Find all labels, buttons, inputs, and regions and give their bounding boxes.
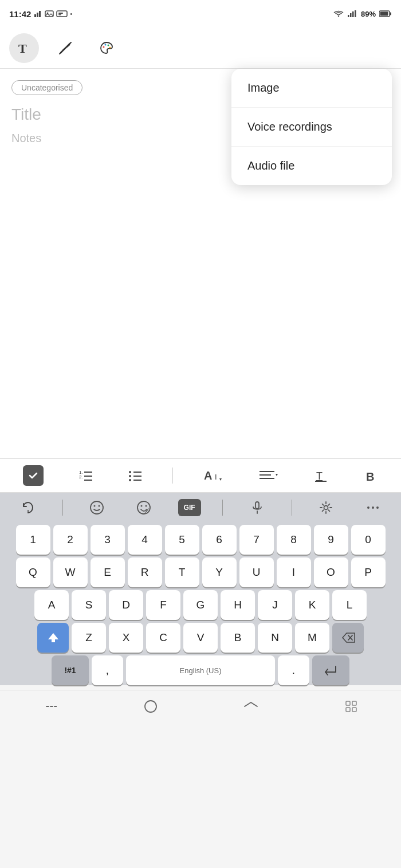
nav-home-icon	[143, 699, 158, 714]
key-x[interactable]: X	[109, 623, 143, 653]
key-z[interactable]: Z	[72, 623, 106, 653]
key-u[interactable]: U	[239, 557, 274, 587]
comma-key[interactable]: ,	[92, 655, 123, 685]
key-v[interactable]: V	[183, 623, 218, 653]
enter-icon	[323, 664, 339, 677]
key-4[interactable]: 4	[128, 525, 162, 555]
nav-back-button[interactable]	[234, 690, 268, 722]
key-7[interactable]: 7	[239, 525, 274, 555]
bold-button[interactable]: B	[359, 465, 383, 486]
key-1[interactable]: 1	[16, 525, 50, 555]
keyboard-mic-button[interactable]	[245, 495, 270, 520]
dropdown-voice[interactable]: Voice recordings	[231, 108, 392, 147]
keyboard-undo-button[interactable]	[15, 495, 41, 520]
svg-rect-0	[34, 14, 36, 17]
nav-home-button[interactable]	[133, 690, 168, 722]
palette-tool-button[interactable]	[92, 33, 121, 63]
bottom-nav	[0, 690, 401, 722]
keyboard-emoji-button[interactable]	[84, 495, 109, 520]
enter-key[interactable]	[312, 655, 349, 685]
key-p[interactable]: P	[351, 557, 386, 587]
key-f[interactable]: F	[146, 590, 180, 620]
key-j[interactable]: J	[258, 590, 292, 620]
svg-rect-14	[380, 12, 388, 16]
svg-rect-67	[352, 708, 356, 712]
ordered-list-button[interactable]: 1. 2.	[74, 465, 98, 486]
key-3[interactable]: 3	[91, 525, 125, 555]
symbols-key[interactable]: !#1	[52, 655, 89, 685]
toolbar-divider-1	[62, 500, 63, 516]
divider	[172, 468, 173, 484]
keyboard-sticker-button[interactable]	[131, 495, 156, 520]
svg-rect-11	[355, 10, 356, 17]
photo-icon	[45, 10, 54, 18]
svg-rect-1	[37, 13, 38, 17]
backspace-key[interactable]	[332, 623, 364, 653]
svg-line-18	[70, 42, 71, 44]
key-5[interactable]: 5	[165, 525, 199, 555]
palette-icon	[99, 40, 115, 56]
key-m[interactable]: M	[295, 623, 329, 653]
key-w[interactable]: W	[53, 557, 88, 587]
dropdown-audio[interactable]: Audio file	[231, 147, 392, 185]
underline-button[interactable]: T	[309, 465, 333, 486]
dropdown-image[interactable]: Image	[231, 69, 392, 108]
svg-text:2.: 2.	[79, 474, 83, 480]
svg-point-21	[108, 44, 109, 46]
svg-point-19	[103, 46, 105, 48]
bullet-list-button[interactable]	[123, 465, 147, 486]
key-6[interactable]: 6	[202, 525, 237, 555]
period-key[interactable]: .	[278, 655, 309, 685]
key-g[interactable]: G	[183, 590, 218, 620]
nav-apps-button[interactable]	[334, 690, 368, 722]
key-9[interactable]: 9	[314, 525, 348, 555]
key-r[interactable]: R	[128, 557, 162, 587]
key-c[interactable]: C	[146, 623, 180, 653]
svg-point-47	[99, 505, 100, 507]
status-bar: 11:42 • 89%	[0, 0, 401, 28]
svg-point-48	[137, 501, 150, 514]
svg-point-54	[367, 506, 369, 509]
font-size-button[interactable]: A I	[199, 465, 229, 486]
svg-rect-13	[390, 13, 392, 15]
key-0[interactable]: 0	[351, 525, 386, 555]
key-e[interactable]: E	[91, 557, 125, 587]
text-tool-button[interactable]: T	[9, 33, 39, 63]
keyboard-gif-button[interactable]: GIF	[178, 499, 201, 516]
key-i[interactable]: I	[277, 557, 311, 587]
key-a[interactable]: A	[34, 590, 69, 620]
keyboard-more-button[interactable]	[360, 495, 386, 520]
key-k[interactable]: K	[295, 590, 329, 620]
svg-point-30	[129, 479, 131, 481]
check-button[interactable]	[18, 462, 48, 489]
keyboard-settings-button[interactable]	[313, 495, 339, 520]
toolbar: T	[0, 28, 401, 69]
shift-icon	[47, 631, 60, 644]
align-button[interactable]	[254, 465, 284, 486]
shift-key[interactable]	[37, 623, 69, 653]
key-d[interactable]: D	[109, 590, 143, 620]
svg-point-22	[109, 46, 111, 48]
qwerty-row: Q W E R T Y U I O P	[2, 557, 399, 587]
key-b[interactable]: B	[221, 623, 255, 653]
key-h[interactable]: H	[221, 590, 255, 620]
status-right: 89%	[333, 10, 392, 18]
draw-tool-button[interactable]	[50, 33, 80, 63]
nav-menu-button[interactable]	[33, 690, 68, 722]
key-s[interactable]: S	[72, 590, 106, 620]
key-n[interactable]: N	[258, 623, 292, 653]
svg-rect-8	[348, 15, 349, 17]
category-badge[interactable]: Uncategorised	[11, 80, 82, 95]
svg-text:T: T	[316, 470, 323, 482]
key-l[interactable]: L	[332, 590, 367, 620]
key-y[interactable]: Y	[202, 557, 237, 587]
key-8[interactable]: 8	[277, 525, 311, 555]
space-key[interactable]: English (US)	[126, 655, 275, 685]
key-2[interactable]: 2	[53, 525, 88, 555]
status-time: 11:42	[9, 9, 31, 19]
font-size-icon: A I	[203, 468, 224, 483]
key-t[interactable]: T	[165, 557, 199, 587]
keyboard: GIF 1 2	[0, 493, 401, 685]
key-o[interactable]: O	[314, 557, 348, 587]
key-q[interactable]: Q	[16, 557, 50, 587]
